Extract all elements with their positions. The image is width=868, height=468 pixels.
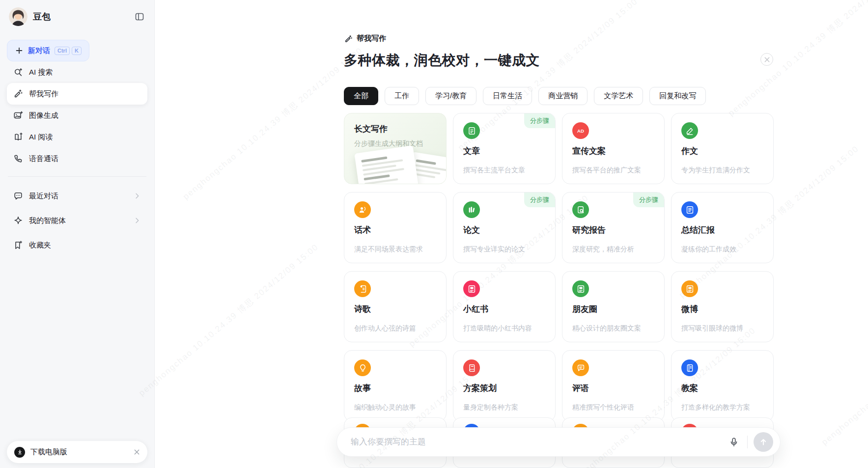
- bookmark-icon: [13, 240, 23, 250]
- card-title: 文章: [463, 145, 545, 157]
- card-article[interactable]: 分步骤 文章 撰写各主流平台文章: [453, 113, 556, 184]
- tab-3[interactable]: 日常生活: [483, 87, 532, 105]
- sidebar-item-ai-read[interactable]: AI 阅读: [7, 126, 147, 148]
- card-subtitle: 打造吸睛的小红书内容: [463, 324, 545, 333]
- doc-list-icon: [681, 201, 698, 218]
- shortcut-keys: Ctrl K: [55, 47, 82, 55]
- page-title: 多种体裁，润色校对，一键成文: [344, 51, 774, 70]
- photo-doc-icon: [681, 280, 698, 297]
- tab-2[interactable]: 学习/教育: [425, 87, 476, 105]
- card-story[interactable]: 故事 编织触动心灵的故事: [344, 350, 447, 421]
- card-essay[interactable]: 作文 专为学生打造满分作文: [671, 113, 774, 184]
- card-subtitle: 创作动人心弦的诗篇: [354, 324, 436, 333]
- write-icon: [13, 89, 23, 99]
- card-subtitle: 撰写各平台的推广文案: [572, 166, 654, 175]
- card-xiaohongshu[interactable]: 小红书 打造吸睛的小红书内容: [453, 271, 556, 342]
- comment-icon: [572, 359, 589, 376]
- card-remarks[interactable]: 评语 精准撰写个性化评语: [562, 350, 665, 421]
- feature-header: 帮我写作: [344, 34, 774, 43]
- sidebar-item-ai-search[interactable]: AI 搜索: [7, 61, 147, 83]
- avatar[interactable]: [9, 7, 28, 26]
- card-ad-copy[interactable]: AD 宣传文案 撰写各平台的推广文案: [562, 113, 665, 184]
- pen-sparkle-icon: [344, 34, 353, 43]
- card-subtitle: 编织触动心灵的故事: [354, 403, 436, 412]
- card-long-writing[interactable]: 长文写作 分步骤生成大纲和文档: [344, 113, 447, 184]
- svg-text:AD: AD: [577, 128, 584, 134]
- sidebar-item-recent-chats[interactable]: 最近对话: [7, 184, 147, 208]
- chevron-right-icon: [133, 192, 141, 200]
- books-icon: [463, 201, 480, 218]
- card-thesis[interactable]: 分步骤 论文 撰写专业详实的论文: [453, 192, 556, 263]
- dismiss-download-icon[interactable]: [134, 449, 140, 455]
- watermark-text: penghongchao 10.10.24.39 博思 2024/12/09 1…: [181, 45, 365, 202]
- ad-icon: AD: [572, 122, 589, 139]
- download-desktop-button[interactable]: 下载电脑版: [7, 441, 147, 463]
- image-gen-icon: [13, 110, 23, 120]
- sidebar-item-favorites[interactable]: 收藏夹: [7, 233, 147, 257]
- tab-6[interactable]: 回复和改写: [649, 87, 706, 105]
- card-subtitle: 满足不同场景表达需求: [354, 245, 436, 254]
- sidebar-item-label: 最近对话: [29, 192, 58, 201]
- template-card-grid: 长文写作 分步骤生成大纲和文档 分步骤 文章 撰写各主流平台文章 AD 宣传文案…: [344, 113, 774, 421]
- card-scripts[interactable]: 话术 满足不同场景表达需求: [344, 192, 447, 263]
- chat-history-icon: [13, 191, 23, 201]
- sidebar-collapse-icon[interactable]: [134, 11, 145, 23]
- search-ai-icon: [13, 67, 23, 77]
- sidebar-item-label: 我的智能体: [29, 216, 66, 225]
- card-subtitle: 撰写吸引眼球的微博: [681, 324, 763, 333]
- sidebar-item-my-agents[interactable]: 我的智能体: [7, 208, 147, 233]
- microphone-icon[interactable]: [727, 435, 741, 449]
- card-title: 微博: [681, 303, 763, 315]
- chevron-right-icon: [133, 217, 141, 224]
- step-badge: 分步骤: [524, 193, 555, 207]
- sidebar-header: 豆包: [0, 0, 154, 33]
- card-lesson-plan[interactable]: 教案 打造多样化的教学方案: [671, 350, 774, 421]
- card-title: 长文写作: [354, 123, 436, 135]
- documents-illustration: [351, 146, 439, 184]
- sidebar-item-label: AI 阅读: [29, 133, 53, 142]
- card-title: 评语: [572, 383, 654, 394]
- card-title: 朋友圈: [572, 303, 654, 315]
- card-weibo[interactable]: 微博 撰写吸引眼球的微博: [671, 271, 774, 342]
- notebook-icon: [681, 359, 698, 376]
- card-title: 小红书: [463, 303, 545, 315]
- tab-4[interactable]: 商业营销: [538, 87, 588, 105]
- card-title: 诗歌: [354, 303, 436, 315]
- new-chat-button[interactable]: 新对话 Ctrl K: [7, 40, 89, 61]
- sidebar-item-label: 收藏夹: [29, 241, 51, 250]
- sidebar-item-image-gen[interactable]: 图像生成: [7, 105, 147, 126]
- card-title: 宣传文案: [572, 145, 654, 157]
- agents-icon: [13, 216, 23, 225]
- doc-search-icon: [572, 201, 589, 218]
- card-research[interactable]: 分步骤 研究报告 深度研究，精准分析: [562, 192, 665, 263]
- card-summary[interactable]: 总结汇报 凝练你的工作成效: [671, 192, 774, 263]
- tab-0[interactable]: 全部: [344, 87, 378, 105]
- sidebar-item-voice-call[interactable]: 语音通话: [7, 148, 147, 169]
- watermark-text: penghongchao 10.10.24.39 博思 2024/12/09 1…: [819, 290, 868, 447]
- card-plan[interactable]: 方案策划 量身定制各种方案: [453, 350, 556, 421]
- step-badge: 分步骤: [524, 113, 555, 128]
- category-tabs: 全部工作学习/教育日常生活商业营销文学艺术回复和改写: [344, 87, 774, 105]
- card-subtitle: 打造多样化的教学方案: [681, 403, 763, 412]
- send-button[interactable]: [754, 432, 773, 452]
- sidebar-item-write[interactable]: 帮我写作: [7, 83, 147, 105]
- card-poetry[interactable]: 诗歌 创作动人心弦的诗篇: [344, 271, 447, 342]
- topic-input[interactable]: [350, 437, 727, 447]
- card-title: 研究报告: [572, 224, 654, 236]
- card-moments[interactable]: 朋友圈 精心设计的朋友圈文案: [562, 271, 665, 342]
- card-title: 话术: [354, 224, 436, 236]
- sidebar-divider: [8, 176, 146, 177]
- card-title: 教案: [681, 383, 763, 394]
- watermark-text: penghongchao 10.10.24.39 博思 2024/12/09 1…: [137, 241, 321, 398]
- tab-5[interactable]: 文学艺术: [594, 87, 643, 105]
- tab-1[interactable]: 工作: [385, 87, 419, 105]
- close-icon[interactable]: [760, 53, 773, 66]
- sidebar-nav-collections: 最近对话 我的智能体 收藏夹: [0, 184, 154, 257]
- card-subtitle: 精准撰写个性化评语: [572, 403, 654, 412]
- card-subtitle: 撰写专业详实的论文: [463, 245, 545, 254]
- step-badge: 分步骤: [633, 193, 664, 207]
- sidebar-nav-main: AI 搜索 帮我写作 图像生成 AI 阅读 语音通话: [0, 61, 154, 169]
- card-title: 论文: [463, 224, 545, 236]
- sidebar-item-label: 图像生成: [29, 111, 58, 120]
- key-k: K: [72, 47, 82, 55]
